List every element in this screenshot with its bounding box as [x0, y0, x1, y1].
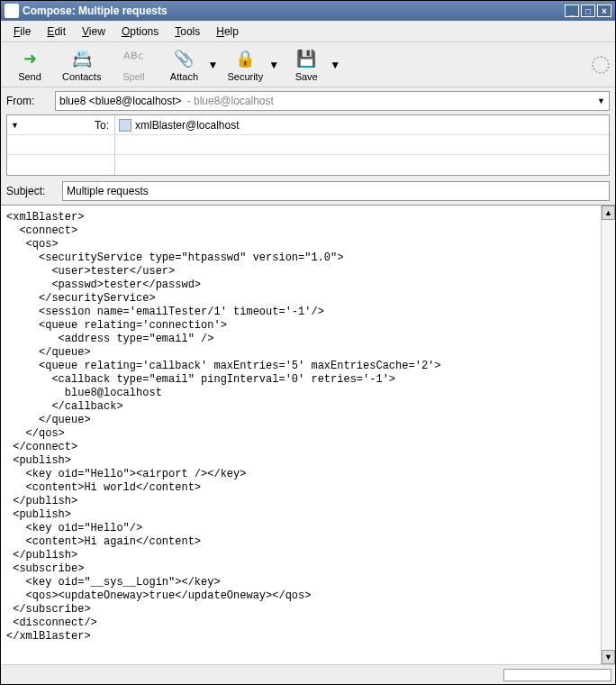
headers-area: From: blue8 <blue8@localhost> - blue8@lo… [1, 87, 615, 205]
recipient-address-input[interactable]: xmlBlaster@localhost [115, 119, 609, 132]
menubar: File Edit View Options Tools Help [1, 21, 615, 42]
titlebar[interactable]: Compose: Multiple requests _ □ × [1, 1, 615, 21]
scroll-up-button[interactable]: ▲ [602, 206, 615, 220]
recipient-address-value: xmlBlaster@localhost [135, 119, 240, 132]
menu-view[interactable]: View [75, 23, 113, 41]
scrollbar[interactable]: ▲ ▼ [601, 206, 615, 664]
menu-edit[interactable]: Edit [40, 23, 73, 41]
from-identity: - blue8@localhost [187, 95, 274, 107]
maximize-button[interactable]: □ [581, 5, 595, 17]
security-icon: 🔒 [234, 48, 256, 69]
compose-window: Compose: Multiple requests _ □ × File Ed… [0, 0, 616, 685]
from-value: blue8 <blue8@localhost> [59, 95, 182, 107]
from-select[interactable]: blue8 <blue8@localhost> - blue8@localhos… [55, 91, 610, 111]
attach-icon: 📎 [173, 48, 195, 69]
from-label: From: [6, 95, 55, 107]
window-title: Compose: Multiple requests [23, 5, 563, 17]
scroll-track[interactable] [602, 220, 615, 650]
statusbar [1, 664, 615, 684]
menu-help[interactable]: Help [209, 23, 246, 41]
recipient-row-empty[interactable] [7, 135, 609, 155]
spell-button: ᴬᴮᶜ Spell [110, 46, 157, 84]
subject-label: Subject: [6, 185, 62, 197]
recipient-type-select[interactable]: ▼ To: [7, 115, 115, 134]
app-icon [5, 4, 19, 18]
address-icon [119, 119, 131, 132]
progress-bar [503, 669, 611, 681]
contacts-button[interactable]: 📇 Contacts [57, 46, 106, 84]
menu-file[interactable]: File [6, 23, 38, 41]
attach-button[interactable]: 📎 Attach [160, 46, 207, 84]
recipient-type-select[interactable] [7, 135, 115, 154]
attach-dropdown[interactable]: ▼ [207, 59, 218, 71]
subject-input[interactable]: Multiple requests [62, 181, 610, 201]
recipient-type-label: To: [95, 119, 109, 132]
save-button[interactable]: 💾 Save [283, 46, 330, 84]
from-dropdown-icon: ▼ [597, 96, 605, 105]
contacts-icon: 📇 [71, 48, 93, 69]
security-dropdown[interactable]: ▼ [268, 59, 279, 71]
body-area: <xmlBlaster> <connect> <qos> <securitySe… [1, 205, 615, 664]
subject-value: Multiple requests [67, 185, 149, 197]
recipient-row: ▼ To: xmlBlaster@localhost [7, 115, 609, 135]
spell-icon: ᴬᴮᶜ [122, 48, 144, 69]
send-button[interactable]: ➜ Send [6, 46, 53, 84]
menu-options[interactable]: Options [114, 23, 166, 41]
message-body-textarea[interactable]: <xmlBlaster> <connect> <qos> <securitySe… [1, 206, 601, 664]
minimize-button[interactable]: _ [565, 5, 579, 17]
recipients-list: ▼ To: xmlBlaster@localhost [6, 114, 610, 176]
recipient-row-empty[interactable] [7, 155, 609, 175]
save-dropdown[interactable]: ▼ [330, 59, 340, 71]
scroll-down-button[interactable]: ▼ [602, 650, 615, 664]
send-icon: ➜ [19, 48, 41, 69]
toolbar: ➜ Send 📇 Contacts ᴬᴮᶜ Spell 📎 Attach ▼ 🔒… [1, 42, 615, 87]
menu-tools[interactable]: Tools [168, 23, 207, 41]
throbber-icon [592, 56, 610, 74]
recipient-type-select[interactable] [7, 155, 115, 175]
security-button[interactable]: 🔒 Security [222, 46, 268, 84]
chevron-down-icon: ▼ [11, 121, 19, 130]
close-button[interactable]: × [597, 5, 611, 17]
save-icon: 💾 [295, 48, 317, 69]
